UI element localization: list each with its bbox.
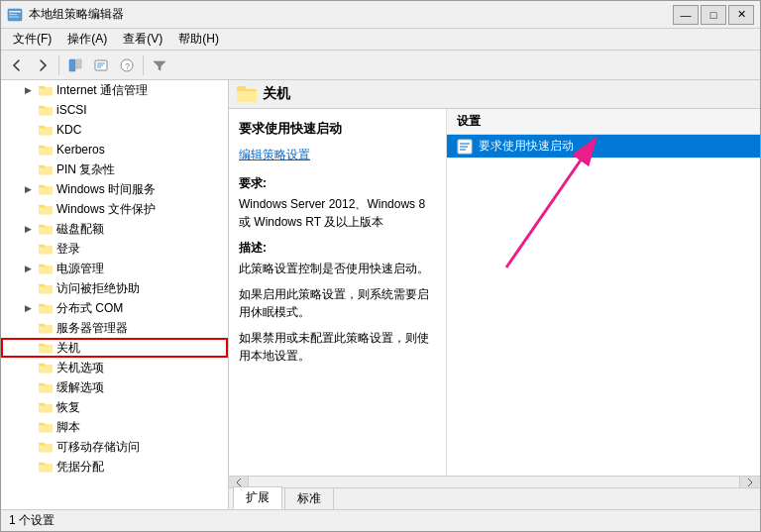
detail-panel: 要求使用快速启动 编辑策略设置 要求: Windows Server 2012、… [229,109,447,476]
expand-arrow: ▶ [21,83,35,97]
svg-rect-1 [9,11,21,13]
tree-item-internet[interactable]: ▶ Internet 通信管理 [1,80,228,100]
folder-icon [38,419,54,435]
folder-icon [38,360,54,375]
minimize-button[interactable]: — [673,5,699,25]
tree-item-windows-file[interactable]: ▶ Windows 文件保护 [1,199,228,219]
desc-text: 此策略设置控制是否使用快速启动。 [239,260,436,277]
tree-item-label: Internet 通信管理 [56,82,148,99]
menu-action[interactable]: 操作(A) [59,29,115,50]
settings-item-fastboot[interactable]: 要求使用快速启动 [447,135,760,159]
no-arrow: ▶ [21,321,35,335]
tab-standard[interactable]: 标准 [284,487,334,509]
require-label: 要求: [239,174,436,193]
detail-title: 要求使用快速启动 [239,119,436,140]
window-icon [7,7,23,23]
right-body: 要求使用快速启动 编辑策略设置 要求: Windows Server 2012、… [229,109,760,476]
no-arrow: ▶ [21,103,35,117]
settings-item-icon [457,139,473,155]
svg-rect-6 [76,65,81,68]
tree-item-label: 关机 [56,340,80,357]
desc-label: 描述: [239,239,436,258]
forward-button[interactable] [31,53,54,77]
settings-list: 要求使用快速启动 [447,135,760,476]
settings-item-label: 要求使用快速启动 [479,138,574,155]
tree-item-label: 分布式 COM [56,300,123,317]
tree-item-label: PIN 复杂性 [56,161,115,178]
scroll-right-btn[interactable] [740,477,760,488]
tree-item-scripts[interactable]: ▶ 脚本 [1,417,228,437]
svg-rect-5 [76,59,81,64]
tree-item-label: iSCSI [56,103,87,117]
toolbar-separator-2 [143,55,144,75]
folder-icon [38,280,54,296]
expand-arrow: ▶ [21,301,35,315]
tree-item-label: 服务器管理器 [56,320,128,337]
svg-rect-4 [69,59,75,71]
menu-file[interactable]: 文件(F) [5,29,59,50]
note1-text: 如果启用此策略设置，则系统需要启用休眠模式。 [239,285,436,321]
tree-item-kdc[interactable]: ▶ KDC [1,120,228,140]
status-bar: 1 个设置 [1,509,760,531]
filter-button[interactable] [148,53,171,77]
help-btn[interactable]: ? [115,53,139,77]
tree-item-iscsi[interactable]: ▶ iSCSI [1,100,228,120]
close-button[interactable]: ✕ [728,5,754,25]
folder-icon [38,221,54,237]
horizontal-scrollbar[interactable] [229,476,760,487]
tree-item-dcom[interactable]: ▶ 分布式 COM [1,298,228,318]
no-arrow: ▶ [21,242,35,256]
tree-item-recovery[interactable]: ▶ 恢复 [1,397,228,417]
tree-item-label: 访问被拒绝协助 [56,280,140,297]
tree-item-label: 磁盘配额 [56,221,104,238]
browse-button[interactable] [89,53,113,77]
tree-item-credentials[interactable]: ▶ 凭据分配 [1,457,228,477]
tree-item-login[interactable]: ▶ 登录 [1,239,228,259]
folder-icon [38,300,54,316]
tree-item-disk[interactable]: ▶ 磁盘配额 [1,219,228,239]
right-panel-header: 关机 [229,80,760,109]
tree-item-server[interactable]: ▶ 服务器管理器 [1,318,228,338]
tree-item-pin[interactable]: ▶ PIN 复杂性 [1,160,228,179]
no-arrow: ▶ [21,380,35,394]
toolbar-separator-1 [58,55,59,75]
no-arrow: ▶ [21,162,35,176]
settings-header: 设置 [447,109,760,135]
maximize-button[interactable]: □ [701,5,726,25]
header-folder-icon [237,84,257,104]
expand-arrow: ▶ [21,182,35,196]
menu-help[interactable]: 帮助(H) [170,29,227,50]
show-hide-button[interactable] [63,53,87,77]
back-button[interactable] [5,53,29,77]
svg-rect-3 [9,16,19,17]
tree-item-power[interactable]: ▶ 电源管理 [1,259,228,278]
tree-item-label: KDC [56,123,81,137]
no-arrow: ▶ [21,341,35,355]
main-window: 本地组策略编辑器 — □ ✕ 文件(F) 操作(A) 查看(V) 帮助(H) [0,0,761,532]
tree-item-label: Windows 时间服务 [56,181,156,198]
left-tree-panel: ▶ Internet 通信管理 ▶ iSCSI ▶ K [1,80,229,509]
tree-item-label: 恢复 [56,399,80,416]
folder-icon [38,340,54,356]
tab-expand[interactable]: 扩展 [233,486,282,509]
folder-icon [38,122,54,138]
folder-icon [38,261,54,276]
tree-item-access[interactable]: ▶ 访问被拒绝协助 [1,278,228,298]
no-arrow: ▶ [21,143,35,157]
edit-policy-link[interactable]: 编辑策略设置 [239,146,436,164]
tree-item-shutdown[interactable]: ▶ 关机 [1,338,228,358]
tree-item-shutdown-options[interactable]: ▶ 关机选项 [1,358,228,377]
tree-item-label: 凭据分配 [56,459,104,476]
tree-item-windows-time[interactable]: ▶ Windows 时间服务 [1,179,228,199]
tree-item-mitigation[interactable]: ▶ 缓解选项 [1,377,228,397]
tree-item-removable[interactable]: ▶ 可移动存储访问 [1,437,228,457]
scroll-track [249,477,740,488]
folder-icon [38,102,54,118]
no-arrow: ▶ [21,361,35,374]
no-arrow: ▶ [21,420,35,434]
tree-item-label: 缓解选项 [56,379,104,396]
menu-view[interactable]: 查看(V) [115,29,170,50]
svg-rect-2 [9,14,17,15]
tree-item-kerberos[interactable]: ▶ Kerberos [1,140,228,160]
right-panel-title: 关机 [263,85,290,103]
